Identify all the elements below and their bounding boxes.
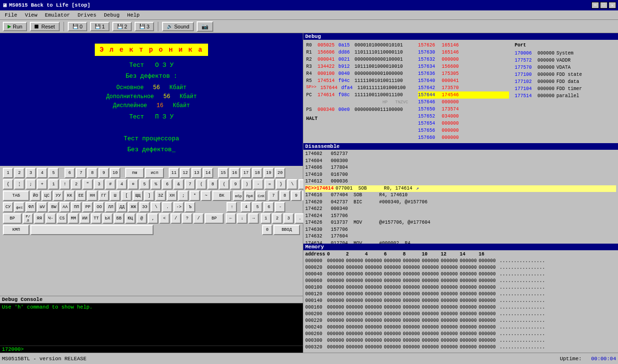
key-num8[interactable]: 8 bbox=[280, 191, 290, 201]
disk3-button[interactable]: 💾 3 bbox=[135, 22, 154, 31]
key-4e[interactable]: 4 bbox=[117, 179, 127, 190]
key-aa[interactable]: АА bbox=[60, 202, 70, 212]
key-fks[interactable]: фкс bbox=[14, 202, 25, 212]
key-fl[interactable]: ФЛ bbox=[26, 202, 36, 212]
key-5[interactable]: 5 bbox=[48, 168, 59, 178]
key-6[interactable]: 6 bbox=[64, 168, 75, 178]
sound-button[interactable]: 🔊 Sound bbox=[162, 22, 194, 31]
key-space[interactable] bbox=[30, 225, 154, 235]
key-lt[interactable]: < bbox=[159, 213, 170, 224]
key-quote[interactable]: " bbox=[82, 179, 93, 190]
key-1[interactable]: 1 bbox=[3, 168, 13, 178]
key-15[interactable]: 15 bbox=[218, 168, 228, 178]
key-sh[interactable]: Ш bbox=[110, 191, 120, 201]
key-up-arrow[interactable]: ↑ bbox=[227, 202, 237, 212]
key-brace-r[interactable]: } bbox=[276, 179, 286, 190]
key-bar[interactable]: ¦ bbox=[14, 179, 25, 190]
key-bw[interactable]: BW bbox=[48, 202, 59, 212]
key-9e[interactable]: 9 bbox=[230, 179, 241, 190]
key-2[interactable]: 2 bbox=[14, 168, 25, 178]
key-yaya[interactable]: ЯЯ bbox=[34, 213, 45, 224]
disk0-button[interactable]: 💾 0 bbox=[68, 22, 87, 31]
key-backslash[interactable]: \ bbox=[287, 179, 298, 190]
key-pp[interactable]: ПП bbox=[71, 202, 82, 212]
key-ii[interactable]: ИИ bbox=[80, 213, 90, 224]
key-tverd[interactable]: Ъ bbox=[185, 202, 195, 212]
key-oo[interactable]: ОО bbox=[94, 202, 104, 212]
minimize-button[interactable]: — bbox=[591, 2, 599, 9]
key-semi[interactable]: ; bbox=[26, 179, 36, 190]
key-3e[interactable]: 3 bbox=[94, 179, 104, 190]
key-num5[interactable]: 5 bbox=[252, 202, 263, 212]
reset-button[interactable]: Reset bbox=[30, 22, 60, 31]
key-9[interactable]: 9 bbox=[99, 168, 109, 178]
key-8[interactable]: 8 bbox=[87, 168, 98, 178]
key-14[interactable]: 14 bbox=[203, 168, 213, 178]
key-kk[interactable]: КК bbox=[64, 191, 75, 201]
key-yuts[interactable]: ЮЦ bbox=[125, 213, 136, 224]
key-nn[interactable]: НН bbox=[87, 191, 98, 201]
key-paren-l[interactable]: ( bbox=[196, 179, 207, 190]
key-tt[interactable]: ТТ bbox=[91, 213, 101, 224]
key-18[interactable]: 18 bbox=[252, 168, 263, 178]
screenshot-button[interactable]: 📷 bbox=[197, 21, 213, 32]
key-shch[interactable]: ЩЩ bbox=[133, 191, 143, 201]
key-7e[interactable]: 7 bbox=[185, 179, 195, 190]
key-5e[interactable]: 5 bbox=[139, 179, 150, 190]
key-curr[interactable]: ¤ bbox=[128, 179, 138, 190]
key-minus2[interactable]: - bbox=[275, 202, 285, 212]
key-excl[interactable]: ! bbox=[60, 179, 70, 190]
key-paren-r[interactable]: ) bbox=[242, 179, 252, 190]
debug-input[interactable] bbox=[24, 346, 301, 352]
key-ee[interactable]: ЕЕ bbox=[76, 191, 86, 201]
key-question[interactable]: ? bbox=[182, 213, 192, 224]
menu-file[interactable]: File bbox=[1, 11, 21, 19]
key-amp[interactable]: & bbox=[173, 179, 184, 190]
key-vbr[interactable]: вбр bbox=[233, 191, 244, 201]
key-eq[interactable]: = bbox=[264, 179, 275, 190]
key-slash2[interactable]: / bbox=[193, 213, 204, 224]
disk2-button[interactable]: 💾 2 bbox=[112, 22, 132, 31]
key-semicol[interactable]: ; bbox=[178, 191, 189, 201]
key-bs[interactable]: \ bbox=[151, 202, 161, 212]
key-uu[interactable]: УУ bbox=[53, 191, 64, 201]
key-vr2[interactable]: ВР bbox=[205, 213, 224, 224]
key-3z[interactable]: 3Z bbox=[155, 191, 166, 201]
key-zhzh[interactable]: ЖЖ bbox=[128, 202, 138, 212]
key-yo[interactable]: ЙО bbox=[30, 191, 41, 201]
key-4[interactable]: 4 bbox=[37, 168, 47, 178]
key-8e[interactable]: 8 bbox=[208, 179, 218, 190]
key-tilde[interactable]: ~ bbox=[201, 191, 211, 201]
close-button[interactable]: ✕ bbox=[609, 2, 616, 9]
key-mm[interactable]: ММ bbox=[68, 213, 79, 224]
key-gg[interactable]: ГГ bbox=[99, 191, 109, 201]
key-ch[interactable]: Ч- bbox=[45, 213, 56, 224]
key-7[interactable]: 7 bbox=[76, 168, 86, 178]
menu-debug[interactable]: Debug bbox=[100, 11, 123, 19]
key-down-arrow[interactable]: ↓ bbox=[237, 213, 247, 224]
key-su[interactable]: СУ bbox=[3, 202, 13, 212]
key-left-arrow[interactable]: ← bbox=[226, 213, 236, 224]
key-16[interactable]: 16 bbox=[229, 168, 240, 178]
key-plus[interactable]: + bbox=[37, 179, 47, 190]
key-enter[interactable]: ВВОД bbox=[273, 225, 300, 235]
key-ll[interactable]: ЛЛ bbox=[105, 202, 116, 212]
key-dd[interactable]: ДД bbox=[117, 202, 127, 212]
key-slash[interactable]: / bbox=[171, 213, 181, 224]
key-6e[interactable]: 6 bbox=[162, 179, 173, 190]
key-hash[interactable]: # bbox=[105, 179, 116, 190]
key-num1[interactable]: 1 bbox=[261, 213, 271, 224]
key-isp[interactable]: исп bbox=[145, 168, 164, 178]
key-19[interactable]: 19 bbox=[264, 168, 274, 178]
key-rl[interactable]: Р/Л bbox=[23, 213, 33, 224]
key-11[interactable]: 11 bbox=[169, 168, 179, 178]
key-2e[interactable]: 2 bbox=[71, 179, 82, 190]
maximize-button[interactable]: □ bbox=[600, 2, 608, 9]
key-1e[interactable]: 1 bbox=[48, 179, 59, 190]
key-lx[interactable]: ЬX bbox=[102, 213, 113, 224]
key-num2[interactable]: 2 bbox=[272, 213, 282, 224]
key-brace-l[interactable]: { bbox=[3, 179, 13, 190]
key-perc[interactable]: % bbox=[151, 179, 161, 190]
key-num3[interactable]: 3 bbox=[283, 213, 294, 224]
key-tab[interactable]: ТАБ bbox=[3, 191, 29, 201]
